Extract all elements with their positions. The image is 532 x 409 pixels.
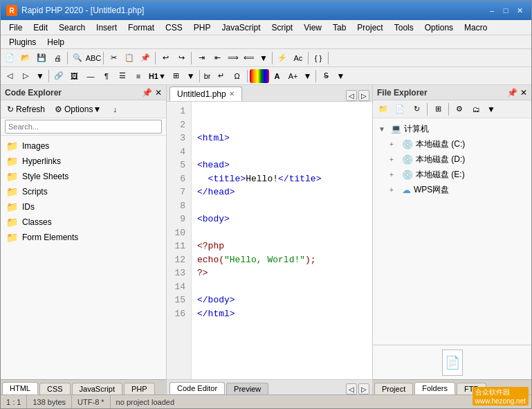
fe-new-folder-button[interactable]: 📁 bbox=[376, 102, 391, 117]
pin-icon[interactable]: 📌 bbox=[142, 88, 152, 98]
open-button[interactable]: 📂 bbox=[18, 51, 33, 66]
bottom-prev-button[interactable]: ◁ bbox=[346, 383, 357, 394]
menu-tab[interactable]: Tab bbox=[327, 21, 351, 34]
menu-script[interactable]: Script bbox=[266, 21, 299, 34]
list-item[interactable]: + 💿 本地磁盘 (D:) bbox=[373, 152, 531, 167]
menu-tools[interactable]: Tools bbox=[389, 21, 419, 34]
menu-options[interactable]: Options bbox=[419, 21, 459, 34]
close-right-panel-button[interactable]: ✕ bbox=[520, 88, 527, 98]
new-file-button[interactable]: 📄 bbox=[2, 51, 17, 66]
list2-button[interactable]: ≡ bbox=[131, 69, 146, 84]
tab-php[interactable]: PHP bbox=[124, 383, 155, 394]
color-button[interactable] bbox=[250, 69, 269, 83]
menu-view[interactable]: View bbox=[298, 21, 327, 34]
fe-view-button[interactable]: ⊞ bbox=[430, 102, 446, 117]
fe-navigate-button[interactable]: 🗂 bbox=[468, 102, 484, 117]
tab-ftp[interactable]: FTP bbox=[457, 383, 486, 394]
pin-icon[interactable]: 📌 bbox=[507, 88, 517, 98]
strikethrough-dropdown[interactable]: ▼ bbox=[334, 69, 347, 84]
fe-new-file-button[interactable]: 📄 bbox=[392, 102, 407, 117]
menu-insert[interactable]: Insert bbox=[91, 21, 122, 34]
outdent-button[interactable]: ⇤ bbox=[210, 51, 225, 66]
format-btn[interactable]: ⚡ bbox=[275, 51, 290, 66]
sort-button[interactable]: ↓ bbox=[107, 102, 122, 117]
code-editor-area[interactable]: 1234 5678 9101112 13141516 <html> <head>… bbox=[167, 102, 372, 379]
list-item[interactable]: 📁 Hyperlinks bbox=[1, 154, 166, 169]
hr-button[interactable]: ― bbox=[83, 69, 98, 84]
list-item[interactable]: 📁 Form Elements bbox=[1, 230, 166, 245]
image-button[interactable]: 🖼 bbox=[67, 69, 82, 84]
copy-button[interactable]: 📋 bbox=[122, 51, 137, 66]
menu-format[interactable]: Format bbox=[122, 21, 160, 34]
list-item[interactable]: + 💿 本地磁盘 (E:) bbox=[373, 167, 531, 182]
tab-javascript[interactable]: JavaScript bbox=[72, 383, 122, 394]
menu-plugins[interactable]: Plugins bbox=[3, 37, 42, 48]
close-panel-button[interactable]: ✕ bbox=[155, 88, 162, 98]
redo-button[interactable]: ↪ bbox=[174, 51, 189, 66]
menu-javascript[interactable]: JavaScript bbox=[216, 21, 266, 34]
list-item[interactable]: + 💿 本地磁盘 (C:) bbox=[373, 136, 531, 152]
find-button[interactable]: 🔍 bbox=[70, 51, 85, 66]
bold-button[interactable]: A bbox=[270, 69, 285, 84]
close-button[interactable]: ✕ bbox=[513, 5, 526, 16]
menu-search[interactable]: Search bbox=[53, 21, 91, 34]
menu-project[interactable]: Project bbox=[351, 21, 388, 34]
maximize-button[interactable]: □ bbox=[499, 5, 512, 16]
tab-next-button[interactable]: ▷ bbox=[358, 90, 369, 101]
forward-button[interactable]: ▷ bbox=[18, 69, 33, 84]
undo-button[interactable]: ↩ bbox=[158, 51, 173, 66]
list-button[interactable]: ☰ bbox=[115, 69, 130, 84]
indent-button[interactable]: ⇥ bbox=[194, 51, 209, 66]
paste-button[interactable]: 📌 bbox=[138, 51, 153, 66]
list-item[interactable]: 📁 Style Sheets bbox=[1, 169, 166, 184]
nav-dropdown[interactable]: ▼ bbox=[34, 69, 46, 84]
minimize-button[interactable]: – bbox=[486, 5, 498, 16]
format2-btn[interactable]: Aс bbox=[291, 51, 306, 66]
save-button[interactable]: 💾 bbox=[34, 51, 49, 66]
list-item[interactable]: 📁 Classes bbox=[1, 215, 166, 230]
menu-macro[interactable]: Macro bbox=[459, 21, 493, 34]
table-button[interactable]: ⊞ bbox=[169, 69, 184, 84]
font-button[interactable]: A+ bbox=[286, 69, 301, 84]
list-item[interactable]: 📁 IDs bbox=[1, 199, 166, 215]
link-button[interactable]: 🔗 bbox=[51, 69, 66, 84]
tab-prev-button[interactable]: ◁ bbox=[346, 90, 357, 101]
paragraph-button[interactable]: ¶ bbox=[99, 69, 114, 84]
font-dropdown[interactable]: ▼ bbox=[302, 69, 314, 84]
menu-css[interactable]: CSS bbox=[160, 21, 188, 34]
outdent2-button[interactable]: ⟸ bbox=[241, 51, 257, 66]
tab-folders[interactable]: Folders bbox=[414, 382, 455, 394]
list-item[interactable]: 📁 Images bbox=[1, 138, 166, 154]
table-dropdown[interactable]: ▼ bbox=[185, 69, 197, 84]
cut-button[interactable]: ✂ bbox=[106, 51, 121, 66]
menu-php[interactable]: PHP bbox=[188, 21, 217, 34]
menu-edit[interactable]: Edit bbox=[28, 21, 53, 34]
heading-dropdown[interactable]: H1▼ bbox=[147, 69, 168, 84]
print-button[interactable]: 🖨 bbox=[50, 51, 65, 66]
menu-file[interactable]: File bbox=[3, 21, 28, 34]
menu-help[interactable]: Help bbox=[42, 37, 70, 48]
code-content[interactable]: <html> <head> <title>Hello!</title> </he… bbox=[192, 102, 372, 379]
strikethrough-button[interactable]: S̶ bbox=[318, 69, 333, 84]
tab-html[interactable]: HTML bbox=[2, 382, 38, 394]
bottom-next-button[interactable]: ▷ bbox=[358, 383, 369, 394]
list-item[interactable]: ▼ 💻 计算机 bbox=[373, 121, 531, 136]
tab-code-editor[interactable]: Code Editor bbox=[169, 382, 225, 394]
omega-button[interactable]: Ω bbox=[230, 69, 245, 84]
list-item[interactable]: + ☁ WPS网盘 bbox=[373, 182, 531, 197]
fe-dropdown[interactable]: ▼ bbox=[485, 102, 497, 117]
close-tab-button[interactable]: ✕ bbox=[229, 90, 235, 98]
list-item[interactable]: 📁 Scripts bbox=[1, 184, 166, 199]
explorer-search-input[interactable] bbox=[5, 120, 162, 134]
tab-project[interactable]: Project bbox=[374, 383, 413, 394]
editor-tab-untitled1[interactable]: Untitled1.php ✕ bbox=[169, 87, 242, 101]
tab-preview[interactable]: Preview bbox=[226, 383, 268, 394]
refresh-button[interactable]: ↻ Refresh bbox=[3, 102, 48, 116]
fe-refresh-button[interactable]: ↻ bbox=[409, 102, 424, 117]
bracket-btn[interactable]: { } bbox=[311, 51, 326, 66]
options-button[interactable]: ⚙ Options▼ bbox=[51, 102, 104, 116]
indent-dropdown[interactable]: ▼ bbox=[257, 51, 270, 66]
tab-css[interactable]: CSS bbox=[39, 383, 71, 394]
spell-check-button[interactable]: ABC bbox=[86, 51, 101, 66]
back-button[interactable]: ◁ bbox=[2, 69, 17, 84]
